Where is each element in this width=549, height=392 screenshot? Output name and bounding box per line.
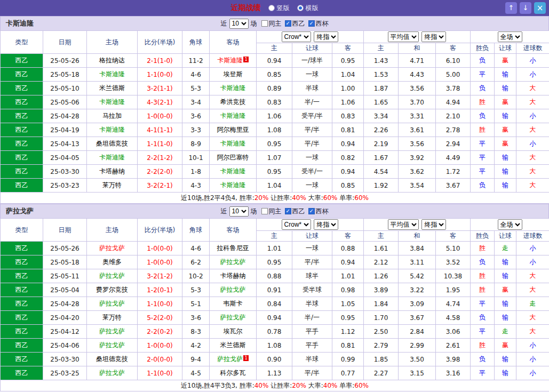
team-link[interactable]: 卡斯迪隆 (220, 140, 246, 147)
away-team-cell: 萨拉戈萨 (210, 311, 257, 325)
checkbox-checked-icon[interactable] (308, 208, 315, 214)
result-cell: 平 (471, 137, 495, 151)
team-link[interactable]: 卡斯迪隆 (220, 181, 246, 189)
filter-option[interactable]: 西乙 (285, 207, 305, 216)
matches-label: 场 (251, 207, 257, 216)
team-link[interactable]: 莱万特 (102, 314, 122, 321)
avg-stage-select[interactable]: 终指 (421, 31, 446, 42)
odds-home-cell: 0.90 (257, 353, 292, 366)
team-link[interactable]: 卡斯迪隆 (220, 84, 246, 92)
team-link[interactable]: 埃登斯 (224, 70, 243, 78)
team-link[interactable]: 卡斯迪隆 (99, 126, 125, 133)
radio-unchecked-icon[interactable] (268, 5, 275, 11)
checkbox-checked-icon[interactable] (285, 208, 291, 214)
team-link[interactable]: 萨拉戈萨 (99, 272, 125, 279)
odds-stage-select[interactable]: 终指 (314, 31, 338, 42)
odds-stage-select[interactable]: 终指 (314, 219, 338, 230)
team-link[interactable]: 格拉纳达 (99, 57, 125, 64)
radio-checked-icon[interactable] (297, 5, 304, 11)
layout-option-horizontal[interactable]: 横版 (297, 4, 319, 13)
team-link[interactable]: 萨拉戈萨 (99, 369, 125, 377)
avg-source-select[interactable]: 平均值 (388, 219, 419, 230)
team-link[interactable]: 萨拉戈萨 (99, 300, 125, 307)
move-down-button[interactable]: ↓ (520, 2, 531, 14)
team-link[interactable]: 阿尔巴塞特 (217, 154, 249, 161)
avg-home-cell: 1.43 (364, 54, 399, 68)
avg-draw-cell: 3.31 (399, 109, 436, 123)
corners-cell: 9-4 (182, 353, 210, 366)
score-cell: 1-0(0-0) (138, 255, 182, 269)
team-link[interactable]: 莱万特 (102, 181, 122, 189)
odds-source-select[interactable]: Crow* (282, 31, 311, 42)
match-row: 西乙25-05-26格拉纳达2-1(1-0)11-2卡斯迪隆10.94一/球半0… (1, 54, 549, 68)
team-link[interactable]: 卡斯迪隆 (99, 98, 125, 106)
avg-away-cell: 1.95 (436, 283, 471, 297)
avg-draw-cell: 3.62 (399, 165, 436, 179)
team-link[interactable]: 卡斯迪隆 (217, 57, 243, 64)
team-link[interactable]: 埃瓦尔 (224, 327, 243, 335)
date-cell: 25-05-06 (43, 95, 87, 109)
team-link[interactable]: 萨拉戈萨 (99, 327, 125, 335)
handicap-result-cell: 输 (495, 165, 516, 179)
corners-cell: 5-3 (182, 82, 210, 95)
column-header-score: 比分(半场) (138, 31, 182, 54)
team-link[interactable]: 卡斯迪隆 (99, 154, 125, 161)
match-count-select[interactable]: 10 (229, 19, 249, 29)
team-link[interactable]: 卡塔赫纳 (220, 272, 246, 279)
filter-option[interactable]: 西杯 (308, 207, 329, 216)
team-link[interactable]: 卡斯迪隆 (220, 112, 246, 119)
team-link[interactable]: 阿尔梅里亚 (217, 126, 249, 133)
scope-select[interactable]: 全场 (498, 219, 522, 230)
team-link[interactable]: 卡斯迪隆 (99, 70, 125, 78)
scope-select[interactable]: 全场 (498, 31, 522, 42)
league-cell: 西乙 (1, 339, 43, 353)
move-up-button[interactable]: ↑ (505, 2, 517, 14)
avg-source-select[interactable]: 平均值 (388, 31, 419, 42)
filter-option[interactable]: 西乙 (285, 19, 305, 28)
match-count-select[interactable]: 10 (229, 206, 249, 217)
checkbox-unchecked-icon[interactable] (261, 20, 268, 27)
team-link[interactable]: 奥维多 (102, 258, 122, 266)
filter-option[interactable]: 同主 (261, 19, 282, 28)
team-link[interactable]: 米兰德斯 (99, 84, 125, 92)
avg-home-cell: 1.67 (364, 151, 399, 165)
goals-result-cell: 大 (516, 269, 549, 283)
filter-option-label: 西杯 (316, 207, 329, 216)
close-button[interactable]: × (534, 2, 546, 14)
filter-option[interactable]: 同主 (261, 207, 282, 216)
odds-away-cell: 0.98 (332, 283, 364, 297)
odds-away-cell: 0.99 (332, 353, 364, 366)
avg-stage-select[interactable]: 终指 (421, 219, 446, 230)
checkbox-checked-icon[interactable] (308, 20, 315, 27)
score-cell: 3-2(1-1) (138, 82, 182, 95)
layout-option-vertical[interactable]: 竖版 (268, 4, 290, 13)
odds-source-select[interactable]: Crow* (282, 219, 311, 230)
team-link[interactable]: 卡斯迪隆 (220, 167, 246, 175)
team-link[interactable]: 桑坦德竞技 (96, 140, 128, 147)
team-link[interactable]: 萨拉戈萨 (99, 341, 125, 349)
odds-away-cell: 0.94 (332, 137, 364, 151)
team-link[interactable]: 萨拉戈萨 (220, 258, 246, 266)
filter-option[interactable]: 西杯 (308, 19, 329, 28)
team-link[interactable]: 米兰德斯 (220, 341, 246, 349)
team-link[interactable]: 萨拉戈萨 (217, 355, 243, 363)
team-link[interactable]: 科尔多瓦 (220, 369, 246, 377)
checkbox-checked-icon[interactable] (285, 20, 291, 27)
checkbox-unchecked-icon[interactable] (261, 208, 268, 214)
handicap-cell: 平/半 (292, 366, 332, 380)
team-link[interactable]: 拉科鲁尼亚 (217, 244, 249, 252)
team-link[interactable]: 韦斯卡 (224, 300, 243, 307)
team-link[interactable]: 卡塔赫纳 (99, 167, 125, 175)
team-link[interactable]: 希洪竞技 (220, 98, 246, 106)
team-link[interactable]: 桑坦德竞技 (96, 355, 128, 363)
team-link[interactable]: 萨拉戈萨 (99, 244, 125, 252)
team-link[interactable]: 萨拉戈萨 (220, 314, 246, 321)
column-header-type: 类型 (1, 31, 43, 54)
odds-home-cell: 0.85 (257, 68, 292, 82)
team-link[interactable]: 马拉加 (102, 112, 122, 119)
avg-away-cell: 2.94 (436, 137, 471, 151)
corners-cell: 5-1 (182, 297, 210, 311)
corners-cell: 11-2 (182, 54, 210, 68)
team-link[interactable]: 萨拉戈萨 (220, 286, 246, 293)
team-link[interactable]: 费罗尔竞技 (96, 286, 128, 293)
